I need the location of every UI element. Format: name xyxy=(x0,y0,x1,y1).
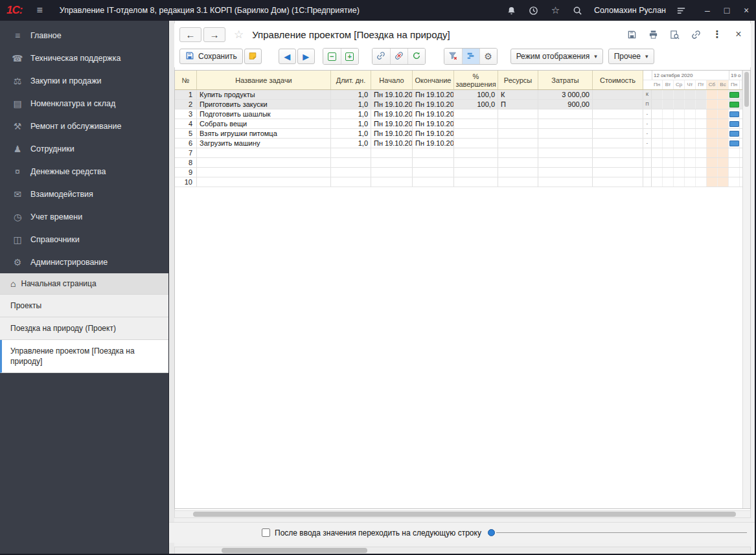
cell-price[interactable] xyxy=(593,100,643,109)
open-window-item-2[interactable]: Поездка на природу (Проект) xyxy=(0,317,168,340)
cell-end[interactable] xyxy=(413,148,454,157)
gantt-bar[interactable] xyxy=(729,141,739,146)
move-left-button[interactable]: ◀ xyxy=(279,49,296,64)
table-horizontal-scrollbar[interactable] xyxy=(174,510,751,518)
cell-n[interactable]: 2 xyxy=(175,100,197,109)
save-settings-icon[interactable] xyxy=(626,29,637,40)
cell-dur[interactable] xyxy=(331,168,371,177)
column-header[interactable]: Ресурсы xyxy=(498,71,538,89)
cell-start[interactable]: Пн 19.10.20 xyxy=(371,90,413,99)
cell-task[interactable]: Собрать вещи xyxy=(197,119,331,128)
cell-res[interactable] xyxy=(498,139,538,148)
cell-price[interactable] xyxy=(593,158,643,167)
table-row[interactable]: 4Собрать вещи1,0Пн 19.10.20Пн 19.10.20- xyxy=(175,119,750,129)
cell-start[interactable]: Пн 19.10.20 xyxy=(371,129,413,138)
cell-cost[interactable]: 900,00 xyxy=(538,100,593,109)
expand-all-button[interactable]: + xyxy=(341,49,358,64)
cell-res[interactable] xyxy=(498,148,538,157)
vertical-scrollbar[interactable] xyxy=(742,71,750,508)
main-menu-icon[interactable]: ≡ xyxy=(36,5,42,16)
cell-price[interactable] xyxy=(593,109,643,119)
sidebar-item-nomenclature-warehouse[interactable]: ▤Номенклатура и склад xyxy=(0,92,168,115)
display-mode-button[interactable]: Режим отображения ▾ xyxy=(510,49,603,64)
column-header[interactable]: Затраты xyxy=(538,71,593,89)
cell-pct[interactable] xyxy=(454,177,498,187)
cell-pct[interactable] xyxy=(454,168,498,177)
close-form-icon[interactable]: × xyxy=(733,29,744,40)
cell-cost[interactable] xyxy=(538,177,593,187)
more-menu-icon[interactable]: ⋮ xyxy=(711,29,723,40)
slider-handle[interactable] xyxy=(488,529,495,536)
move-right-button[interactable]: ▶ xyxy=(297,49,315,64)
gantt-bar[interactable] xyxy=(729,121,739,127)
cell-cost[interactable] xyxy=(538,139,593,148)
cell-start[interactable]: Пн 19.10.20 xyxy=(371,139,413,148)
gantt-bar[interactable] xyxy=(729,111,739,117)
cell-dur[interactable] xyxy=(331,177,371,187)
link-tasks-button[interactable] xyxy=(372,49,390,64)
zoom-slider[interactable] xyxy=(488,529,747,536)
open-window-item-3[interactable]: Управление проектом [Поездка на природу] xyxy=(0,340,168,373)
cell-res[interactable] xyxy=(498,168,538,177)
discussions-icon[interactable] xyxy=(676,5,687,16)
unlink-tasks-button[interactable] xyxy=(390,49,407,64)
sidebar-item-interactions[interactable]: ✉Взаимодействия xyxy=(0,183,168,205)
cell-task[interactable] xyxy=(197,148,331,157)
cell-end[interactable]: Пн 19.10.20 xyxy=(413,129,454,138)
table-row[interactable]: 7 xyxy=(175,148,750,158)
minimize-button[interactable]: – xyxy=(698,5,717,16)
save-button[interactable]: Сохранить xyxy=(179,49,243,64)
cell-n[interactable]: 7 xyxy=(175,148,197,157)
cell-dur[interactable]: 1,0 xyxy=(331,100,371,109)
get-link-icon[interactable] xyxy=(690,29,702,40)
table-row[interactable]: 2Приготовить закуски1,0Пн 19.10.20Пн 19.… xyxy=(175,100,750,109)
sidebar-item-catalogs[interactable]: ◫Справочники xyxy=(0,228,168,251)
sidebar-item-time-tracking[interactable]: ◷Учет времени xyxy=(0,205,168,228)
sidebar-item-tech-support[interactable]: ☎Техническая поддержка xyxy=(0,47,168,69)
cell-dur[interactable]: 1,0 xyxy=(331,90,371,99)
cell-end[interactable] xyxy=(413,168,454,177)
clear-filter-button[interactable] xyxy=(444,49,462,64)
column-header[interactable]: Окончание xyxy=(413,71,454,89)
cell-res[interactable] xyxy=(498,109,538,119)
cell-n[interactable]: 1 xyxy=(175,90,197,99)
gantt-bar[interactable] xyxy=(729,131,739,137)
table-row[interactable]: 6Загрузить машину1,0Пн 19.10.20Пн 19.10.… xyxy=(175,139,750,148)
cell-task[interactable]: Взять игрушки питомца xyxy=(197,129,331,138)
close-window-button[interactable]: × xyxy=(737,5,756,16)
column-header[interactable]: Начало xyxy=(371,71,413,89)
cell-task[interactable]: Загрузить машину xyxy=(197,139,331,148)
cell-n[interactable]: 3 xyxy=(175,109,197,119)
cell-start[interactable] xyxy=(371,148,413,157)
gantt-bar[interactable] xyxy=(729,92,739,98)
open-window-item-0[interactable]: ⌂Начальная страница xyxy=(0,273,168,295)
cell-task[interactable]: Приготовить закуски xyxy=(197,100,331,109)
more-button[interactable]: Прочее ▾ xyxy=(608,49,654,64)
cell-dur[interactable]: 1,0 xyxy=(331,139,371,148)
forward-button[interactable]: → xyxy=(203,27,225,42)
cell-price[interactable] xyxy=(593,148,643,157)
cell-dur[interactable] xyxy=(331,158,371,167)
table-row[interactable]: 5Взять игрушки питомца1,0Пн 19.10.20Пн 1… xyxy=(175,129,750,139)
sidebar-item-money[interactable]: ¤Денежные средства xyxy=(0,160,168,183)
cell-pct[interactable]: 100,0 xyxy=(454,90,498,99)
cell-res[interactable] xyxy=(498,129,538,138)
cell-end[interactable]: Пн 19.10.20 xyxy=(413,109,454,119)
cell-cost[interactable] xyxy=(538,148,593,157)
current-user[interactable]: Соломахин Руслан xyxy=(594,6,666,15)
cell-res[interactable] xyxy=(498,177,538,187)
cell-end[interactable] xyxy=(413,177,454,187)
cell-price[interactable] xyxy=(593,119,643,128)
cell-pct[interactable]: 100,0 xyxy=(454,100,498,109)
cell-res[interactable] xyxy=(498,119,538,128)
cell-n[interactable]: 5 xyxy=(175,129,197,138)
cell-pct[interactable] xyxy=(454,129,498,138)
cell-pct[interactable] xyxy=(454,148,498,157)
preview-icon[interactable] xyxy=(669,29,680,40)
open-window-item-1[interactable]: Проекты xyxy=(0,295,168,317)
cell-start[interactable] xyxy=(371,168,413,177)
cell-price[interactable] xyxy=(593,168,643,177)
cell-price[interactable] xyxy=(593,129,643,138)
table-row[interactable]: 8 xyxy=(175,158,750,168)
print-icon[interactable] xyxy=(647,29,659,40)
